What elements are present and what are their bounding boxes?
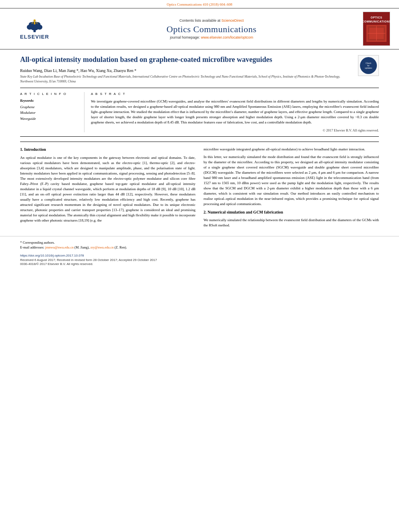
article-info-heading: A R T I C L E I N F O (20, 92, 78, 96)
journal-cover-title: OPTICS COMMUNICATIONS (362, 16, 391, 23)
email-label: E-mail addresses: (20, 245, 45, 249)
keyword-waveguide: Waveguide (20, 116, 78, 121)
section2-heading: 2. Numerical simulation and GCM fabricat… (204, 210, 379, 216)
svg-point-6 (33, 19, 36, 22)
article-title: All-optical intensity modulation based o… (20, 55, 379, 64)
email-line: E-mail addresses: jmnwu@nwu.edu.cn (M. J… (20, 245, 379, 249)
intro-paragraph1: An optical modulator is one of the key c… (20, 155, 195, 224)
abstract-text: We investigate graphene-covered microfib… (91, 99, 379, 125)
body-col-right: microfibre waveguide integrated graphene… (204, 147, 379, 230)
svg-point-4 (29, 22, 33, 27)
abstract-column: A B S T R A C T We investigate graphene-… (84, 92, 379, 132)
email2-link[interactable]: zry@nwu.edu.cn (90, 245, 114, 249)
doi-footer-link[interactable]: https://doi.org/10.1016/j.optcom.2017.10… (20, 254, 84, 257)
cover-graphic-icon (368, 26, 385, 41)
authors-text: Ruiduo Wang, Diao Li, Man Jiang *, Hao W… (20, 68, 136, 73)
authors-line: Ruiduo Wang, Diao Li, Man Jiang *, Hao W… (20, 68, 379, 73)
svg-rect-7 (34, 22, 35, 25)
copyright-line: © 2017 Elsevier B.V. All rights reserved… (91, 128, 379, 132)
footnote-area: * Corresponding authors. E-mail addresse… (0, 236, 399, 252)
affiliation-text: State Key Lab Incubation Base of Photoel… (20, 74, 379, 83)
homepage-prefix: journal homepage: (170, 35, 201, 39)
article-info-column: A R T I C L E I N F O Keywords: Graphene… (20, 92, 84, 132)
journal-header-right: OPTICS COMMUNICATIONS (360, 12, 393, 46)
intro-paragraph2: microfibre waveguide integrated graphene… (204, 147, 379, 152)
two-col-body: 1. Introduction An optical modulator is … (20, 147, 379, 230)
page-wrapper: Optics Communications 410 (2018) 604–608 (0, 0, 399, 532)
intro-paragraph3: In this letter, we numerically simulated… (204, 154, 379, 207)
section1-heading: 1. Introduction (20, 147, 195, 153)
article-content: Checkforupdates All-optical intensity mo… (0, 49, 399, 236)
keyword-modulator: Modulator (20, 110, 78, 115)
email1-link[interactable]: jmnwu@nwu.edu.cn (45, 245, 74, 249)
journal-header-left: ELSEVIER (6, 12, 63, 46)
email2-name: (Z. Ren). (114, 245, 127, 249)
homepage-url[interactable]: www.elsevier.com/locate/optcom (201, 35, 253, 39)
keyword-graphene: Graphene (20, 104, 78, 110)
journal-header-center: Contents lists available at ScienceDirec… (63, 12, 360, 46)
check-updates-box: Checkforupdates (358, 55, 379, 76)
cover-title-line1: OPTICS (362, 16, 391, 19)
svg-point-5 (35, 22, 40, 27)
email1-name: (M. Jiang), (74, 245, 90, 249)
section-divider (20, 142, 379, 142)
journal-title: Optics Communications (167, 24, 257, 35)
sciencedirect-prefix: Contents lists available at (179, 18, 222, 23)
journal-homepage-line: journal homepage: www.elsevier.com/locat… (170, 35, 253, 39)
article-info-abstract-section: A R T I C L E I N F O Keywords: Graphene… (20, 88, 379, 137)
keywords-label: Keywords: (20, 99, 78, 103)
body-col-left: 1. Introduction An optical modulator is … (20, 147, 195, 230)
issn-line: 0030-4018/© 2017 Elsevier B.V. All right… (20, 262, 379, 266)
cover-title-line2: COMMUNICATIONS (362, 20, 391, 23)
elsevier-wordmark: ELSEVIER (20, 34, 49, 40)
doi-footer-area: https://doi.org/10.1016/j.optcom.2017.10… (0, 252, 399, 267)
abstract-heading: A B S T R A C T (91, 92, 379, 96)
journal-header: ELSEVIER Contents lists available at Sci… (0, 8, 399, 49)
doi-bar: Optics Communications 410 (2018) 604–608 (0, 0, 399, 8)
doi-text: Optics Communications 410 (2018) 604–608 (167, 2, 232, 6)
check-updates-text: Checkforupdates (365, 62, 372, 69)
check-updates-inner: Checkforupdates (360, 57, 377, 74)
received-line: Received 6 August 2017; Received in revi… (20, 258, 379, 262)
sciencedirect-link[interactable]: ScienceDirect (222, 18, 244, 23)
journal-cover-box: OPTICS COMMUNICATIONS (363, 12, 390, 46)
corresponding-label: * Corresponding authors. (20, 240, 379, 244)
journal-cover-image (366, 25, 387, 42)
elsevier-tree-icon (23, 18, 47, 33)
sciencedirect-line: Contents lists available at ScienceDirec… (179, 18, 244, 23)
corresponding-text: Corresponding authors. (23, 240, 55, 244)
elsevier-logo: ELSEVIER (12, 18, 57, 40)
section2-paragraph: We numerically simulated the relationshi… (204, 218, 379, 228)
